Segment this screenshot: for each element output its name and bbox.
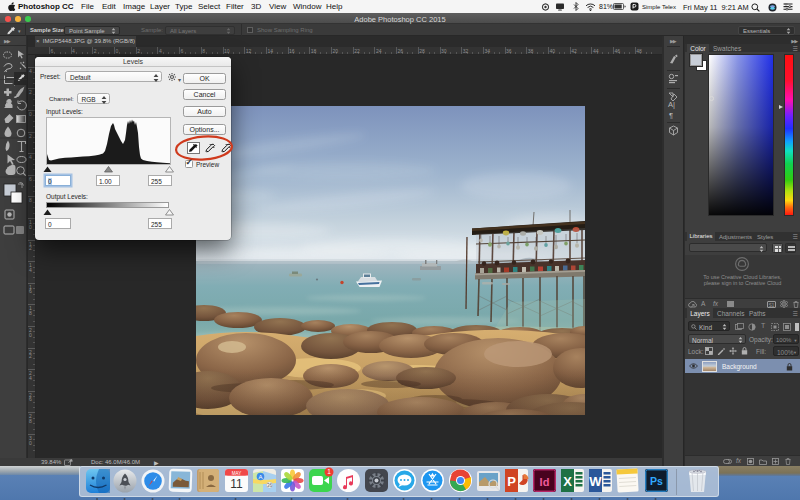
svg-text:36: 36 [267,483,273,488]
svg-text:P: P [507,474,516,489]
svg-text:MAY: MAY [232,471,241,476]
svg-text:A: A [258,474,262,480]
svg-text:X: X [563,474,572,489]
svg-text:1: 1 [327,468,331,475]
svg-text:Ps: Ps [650,475,663,487]
svg-text:11: 11 [230,477,243,491]
svg-text:Id: Id [540,476,550,488]
svg-text:W: W [589,474,602,489]
